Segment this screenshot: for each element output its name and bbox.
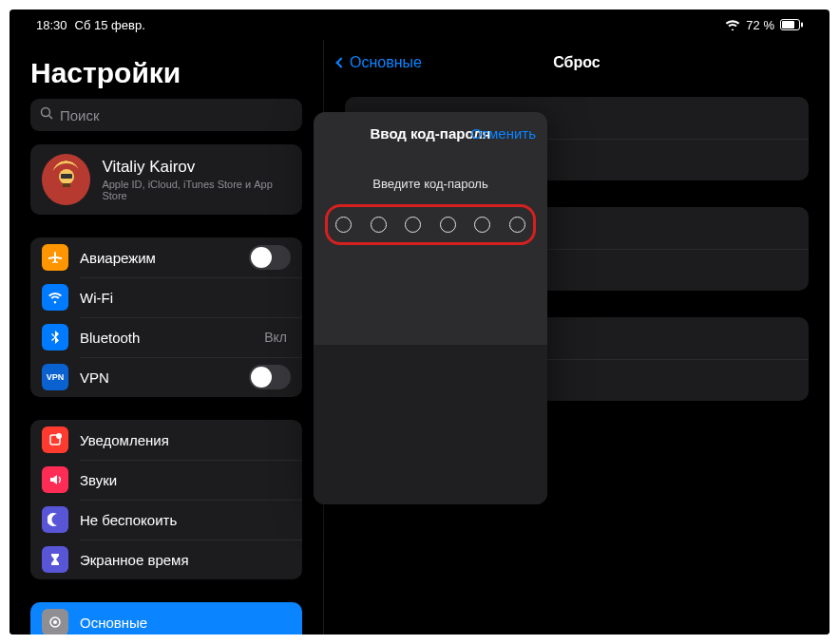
modal-header: Ввод код-пароля Отменить — [314, 112, 547, 154]
vpn-toggle[interactable] — [249, 365, 291, 389]
detail-header: Основные Сброс — [324, 40, 829, 85]
svg-point-12 — [53, 620, 57, 624]
sidebar-group-alerts: Уведомления Звуки Не беспокоить Экранное… — [30, 420, 302, 579]
search-input[interactable]: Поиск — [30, 99, 302, 131]
bluetooth-detail: Вкл — [264, 330, 287, 345]
sidebar-item-label: Не беспокоить — [80, 512, 291, 528]
sidebar-item-label: Экранное время — [80, 552, 291, 568]
sidebar-item-general[interactable]: Основные — [30, 602, 302, 635]
svg-rect-8 — [63, 183, 70, 187]
wifi-icon — [725, 19, 740, 30]
passcode-modal: Ввод код-пароля Отменить Введите код-пар… — [314, 112, 547, 504]
status-time: 18:30 — [36, 18, 67, 32]
sidebar-group-general: Основные — [30, 602, 302, 635]
svg-rect-7 — [61, 174, 72, 179]
passcode-dot — [405, 217, 421, 233]
sidebar-item-notifications[interactable]: Уведомления — [30, 420, 302, 460]
sidebar-item-label: VPN — [80, 369, 238, 386]
account-subtitle: Apple ID, iCloud, iTunes Store и App Sto… — [102, 179, 291, 201]
passcode-keypad-area[interactable] — [314, 345, 547, 504]
battery-percent: 72 % — [746, 18, 774, 32]
svg-rect-2 — [801, 23, 803, 28]
account-texts: Vitaliy Kairov Apple ID, iCloud, iTunes … — [102, 158, 291, 201]
search-icon — [40, 106, 54, 123]
search-placeholder: Поиск — [60, 107, 100, 123]
status-right: 72 % — [725, 18, 803, 32]
sidebar-item-label: Авиарежим — [80, 250, 238, 266]
svg-rect-1 — [782, 21, 794, 28]
svg-line-4 — [49, 116, 53, 120]
sidebar-item-vpn[interactable]: VPN VPN — [30, 357, 302, 397]
airplane-toggle[interactable] — [249, 245, 291, 270]
sidebar-item-sounds[interactable]: Звуки — [30, 460, 302, 500]
sidebar-item-bluetooth[interactable]: Bluetooth Вкл — [30, 317, 302, 357]
sidebar-item-label: Bluetooth — [80, 330, 253, 346]
avatar — [42, 154, 90, 205]
sounds-icon — [42, 466, 68, 493]
passcode-dot — [335, 217, 352, 233]
account-name: Vitaliy Kairov — [102, 158, 291, 177]
sidebar-item-label: Уведомления — [80, 432, 291, 448]
detail-title: Сброс — [553, 54, 600, 71]
sidebar-group-connectivity: Авиарежим Wi-Fi Bluetooth Вкл VPN VPN — [30, 237, 302, 397]
passcode-dots-highlight — [325, 204, 536, 245]
sidebar-item-label: Звуки — [80, 472, 291, 488]
passcode-dot — [474, 217, 490, 233]
sidebar: Настройки Поиск Vitaliy Kairov Apple ID,… — [10, 40, 323, 635]
modal-message: Введите код-пароль — [314, 177, 547, 191]
wifi-icon — [42, 284, 68, 311]
sidebar-item-screentime[interactable]: Экранное время — [30, 540, 302, 579]
sidebar-item-dnd[interactable]: Не беспокоить — [30, 500, 302, 540]
account-card[interactable]: Vitaliy Kairov Apple ID, iCloud, iTunes … — [30, 144, 302, 215]
dnd-icon — [42, 506, 68, 533]
settings-title: Настройки — [10, 40, 323, 99]
sidebar-item-airplane[interactable]: Авиарежим — [30, 237, 302, 277]
device-frame: 18:30 Сб 15 февр. 72 % Настройки Поиск — [10, 9, 829, 635]
chevron-left-icon — [335, 57, 346, 67]
screentime-icon — [42, 546, 68, 573]
sidebar-item-label: Основные — [80, 615, 291, 631]
passcode-dot — [440, 217, 456, 233]
status-date: Сб 15 февр. — [75, 18, 145, 32]
gear-icon — [42, 609, 68, 635]
sidebar-item-wifi[interactable]: Wi-Fi — [30, 277, 302, 317]
vpn-icon: VPN — [42, 364, 68, 390]
back-button[interactable]: Основные — [337, 54, 422, 71]
status-left: 18:30 Сб 15 февр. — [36, 18, 145, 32]
svg-point-3 — [42, 108, 50, 117]
bluetooth-icon — [42, 324, 68, 350]
sidebar-item-label: Wi-Fi — [80, 290, 276, 306]
battery-icon — [780, 19, 803, 30]
back-label: Основные — [350, 54, 422, 71]
notifications-icon — [42, 426, 68, 453]
passcode-dot — [371, 217, 387, 233]
passcode-dot — [509, 217, 525, 233]
svg-point-10 — [56, 433, 62, 439]
cancel-button[interactable]: Отменить — [470, 125, 536, 142]
status-bar: 18:30 Сб 15 февр. 72 % — [10, 9, 829, 40]
airplane-icon — [42, 244, 68, 271]
